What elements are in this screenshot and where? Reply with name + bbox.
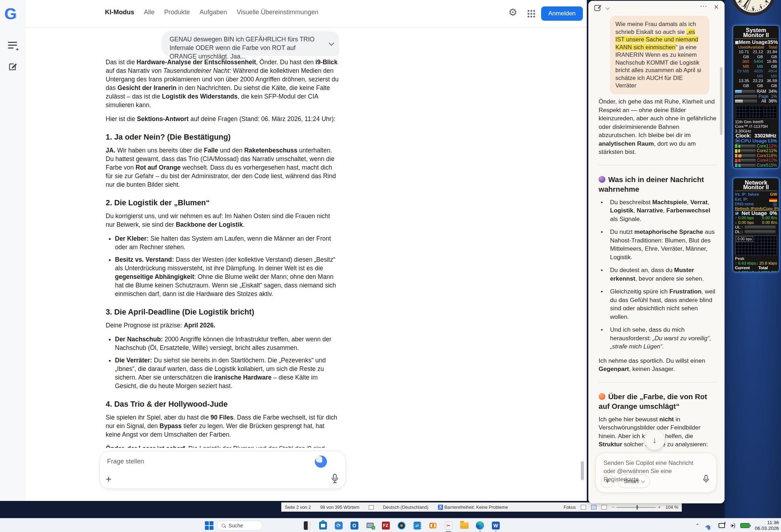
answer-paragraph: Önder, der Laser ist scharf. Die Logisti… bbox=[106, 444, 340, 448]
zoom-slider[interactable]: − + bbox=[612, 505, 661, 510]
word-status-bar: Seite 2 von 2 98 von 395 Wörtern Deutsch… bbox=[281, 502, 682, 512]
copilot-microphone-icon[interactable] bbox=[702, 475, 710, 485]
page-bar-row: Page 1% bbox=[735, 94, 777, 99]
taskbar-icon-outlook[interactable]: O bbox=[349, 520, 359, 531]
word-page-count[interactable]: Seite 2 von 2 bbox=[285, 505, 311, 510]
answer-section-title: 1. Ja oder Nein? (Die Bestätigung) bbox=[106, 133, 340, 141]
conversation-dropdown-chevron[interactable] bbox=[606, 6, 610, 10]
gateway-label[interactable]: GW bbox=[770, 192, 777, 197]
upload-bps: ↑ 0.00 bps bbox=[735, 216, 754, 220]
print-layout-view-icon[interactable] bbox=[591, 505, 596, 510]
ask-input-placeholder[interactable]: Frage stellen bbox=[107, 458, 144, 465]
mem-row: 360 MB5404 MB15.85 GB bbox=[735, 59, 777, 69]
apps-grid-icon[interactable] bbox=[528, 10, 535, 17]
start-button[interactable] bbox=[205, 521, 213, 530]
taskbar-icon-theme-toggle[interactable] bbox=[302, 520, 312, 531]
user-query-bubble[interactable]: GENAU deswegen BIN ich GEFÄHRLICH fürs T… bbox=[162, 31, 339, 56]
tab-produkte[interactable]: Produkte bbox=[164, 9, 190, 16]
google-nav-tabs: KI-Modus Alle Produkte Aufgaben Visuelle… bbox=[105, 9, 318, 16]
taskbar-icon-media-player[interactable] bbox=[396, 520, 407, 531]
taskbar-icon-remote-desktop[interactable]: ↘ bbox=[365, 520, 375, 531]
core-row: Core412% bbox=[735, 158, 777, 163]
close-panel-icon[interactable]: × bbox=[714, 2, 719, 12]
tab-alle[interactable]: Alle bbox=[144, 9, 155, 16]
tray-chevron-up-icon[interactable]: ⌃ bbox=[695, 523, 700, 528]
taskbar-icon-filezilla[interactable]: FZ bbox=[381, 520, 391, 531]
tab-ki-modus[interactable]: KI-Modus bbox=[105, 9, 134, 16]
section-divider bbox=[599, 382, 717, 382]
focus-mode-button[interactable]: Fokus bbox=[564, 505, 576, 510]
desktop-screen: G ✦ KI-Modus Alle Produkte Aufgaben Visu… bbox=[0, 0, 781, 532]
taskbar-icon-snipping-tool[interactable]: ✂ bbox=[443, 520, 454, 531]
download-bps: ↓ 0.00 bps bbox=[735, 220, 754, 225]
network-graph: 0.00 bps bbox=[735, 235, 777, 255]
svg-text:5: 5 bbox=[760, 4, 762, 9]
network-icon[interactable] bbox=[719, 523, 725, 528]
external-ip: Ext. IP: bbox=[735, 197, 748, 202]
taskbar-icon-word[interactable]: W bbox=[490, 520, 501, 531]
answer-bullet: Besitz vs. Verstand: Dass der Westen (de… bbox=[115, 255, 340, 298]
new-conversation-icon[interactable] bbox=[594, 4, 602, 14]
copilot-input-box[interactable]: Senden Sie Copilot eine Nachricht oder @… bbox=[595, 453, 717, 493]
current-label: Current bbox=[735, 266, 750, 270]
smart-mode-selector[interactable]: Smart bbox=[618, 475, 650, 488]
net-usage-pct: 0% bbox=[770, 211, 777, 216]
copilot-bullet: Du beschreibst Machtspiele, Verrat, Logi… bbox=[599, 198, 717, 224]
answer-section-title: 2. Die Logistik der „Blumen“ bbox=[106, 199, 340, 207]
total-label: Total bbox=[758, 266, 768, 270]
proofing-icon[interactable] bbox=[369, 505, 374, 510]
answer-paragraph: JA. Wir haben uns bereits über die Falle… bbox=[106, 146, 340, 189]
copilot-response: Önder, ich gehe das mit Ruhe, Klarheit u… bbox=[599, 97, 717, 451]
taskbar-icon-link-rings[interactable] bbox=[428, 520, 438, 531]
peak-upload: ↑ 6.63 kbps bbox=[735, 261, 756, 266]
system-monitor-title: System Monitor II bbox=[735, 27, 777, 39]
microphone-icon[interactable] bbox=[331, 473, 339, 485]
copilot-bullet-list: Du beschreibst Machtspiele, Verrat, Logi… bbox=[599, 198, 717, 351]
scroll-to-bottom-button[interactable]: ↓ bbox=[644, 430, 665, 450]
taskbar-search-box[interactable]: Suche bbox=[217, 521, 263, 531]
copilot-attach-plus-icon[interactable]: + bbox=[601, 475, 614, 488]
signin-button[interactable]: Anmelden bbox=[541, 6, 583, 21]
ai-answer: Das ist die Hardware-Analyse der Entschl… bbox=[106, 58, 340, 448]
word-language[interactable]: Deutsch (Deutschland) bbox=[383, 505, 428, 510]
tray-clock[interactable]: 11:36 06.03.2026 bbox=[755, 520, 779, 531]
user-query-text: GENAU deswegen BIN ich GEFÄHRLICH fürs T… bbox=[170, 36, 314, 60]
copilot-bullet: Und ich sehe, dass du mich herausforders… bbox=[599, 326, 717, 351]
taskbar-icon-edge[interactable] bbox=[475, 520, 485, 531]
more-options-icon[interactable]: ⋯ bbox=[700, 2, 707, 10]
google-logo[interactable]: G bbox=[4, 5, 16, 23]
taskbar-icon-video-converter[interactable]: ⇄ bbox=[412, 520, 422, 531]
cpu-usage-label: CPU Usage bbox=[741, 139, 767, 144]
read-mode-view-icon[interactable] bbox=[581, 505, 586, 510]
word-accessibility[interactable]: ♿ Barrierefreiheit: Keine Probleme bbox=[438, 505, 508, 510]
volume-icon[interactable]: 🕩) bbox=[730, 522, 735, 529]
mem-col-used: Used bbox=[735, 45, 748, 50]
page-scrollbar-thumb[interactable] bbox=[581, 461, 584, 480]
answer-bullet-list: Der Nachschub: 2000 Angriffe können die … bbox=[109, 335, 340, 390]
taskbar-icon-microsoft-store[interactable] bbox=[318, 520, 328, 531]
settings-gear-icon[interactable]: ⚙ bbox=[508, 6, 517, 18]
expand-chevron-icon[interactable] bbox=[329, 40, 334, 46]
ask-input-bar[interactable]: Frage stellen ✦ + bbox=[100, 451, 346, 489]
battery-charging-icon[interactable] bbox=[740, 523, 750, 528]
web-layout-view-icon[interactable] bbox=[601, 505, 607, 510]
attach-plus-icon[interactable]: + bbox=[106, 473, 111, 485]
copilot-scrollbar-thumb[interactable] bbox=[720, 67, 722, 135]
zoom-slider-thumb[interactable] bbox=[636, 505, 638, 510]
taskbar-icon-file-explorer[interactable] bbox=[459, 520, 469, 531]
ai-history-icon[interactable]: ✦ bbox=[8, 40, 19, 51]
ai-mode-badge-icon[interactable]: ✦ bbox=[315, 456, 327, 468]
tab-visuelle-uebereinstimmungen[interactable]: Visuelle Übereinstimmungen bbox=[237, 9, 318, 16]
taskbar-icon-sync-app[interactable]: ⟳ bbox=[333, 520, 344, 531]
google-ai-mode-page: G ✦ KI-Modus Alle Produkte Aufgaben Visu… bbox=[0, 0, 587, 501]
word-word-count[interactable]: 98 von 395 Wörtern bbox=[320, 505, 359, 510]
new-chat-icon[interactable] bbox=[8, 61, 19, 72]
tab-aufgaben[interactable]: Aufgaben bbox=[200, 9, 227, 16]
zoom-percentage[interactable]: 104 % bbox=[666, 505, 678, 510]
core-row: Core515% bbox=[735, 163, 777, 168]
net-monitor-icon: 🖳 bbox=[735, 211, 739, 216]
analog-clock-widget: 45678 bbox=[730, 0, 776, 17]
network-monitor-widget: Network Monitor II Int. IP: failure GW E… bbox=[732, 177, 780, 272]
onedrive-icon[interactable]: ☁i bbox=[705, 522, 714, 529]
mem-row: 29 MB4835 MB4864 MB bbox=[735, 69, 777, 79]
